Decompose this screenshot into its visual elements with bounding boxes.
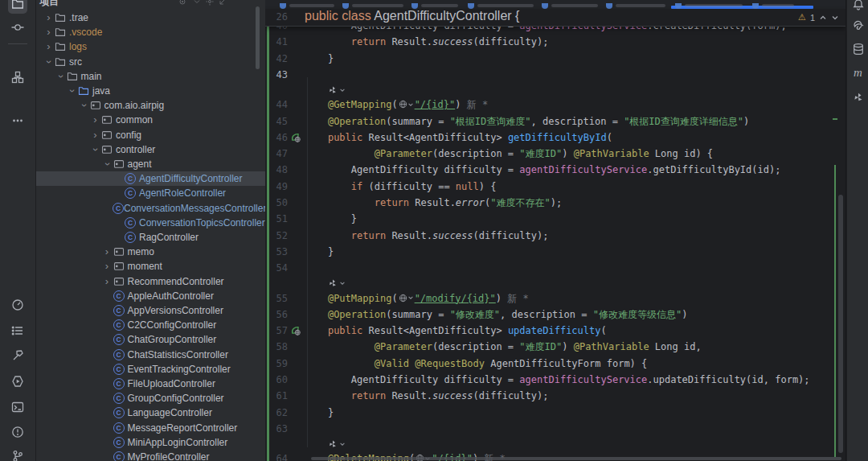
chevron-icon[interactable]: › — [43, 14, 55, 22]
tree-item[interactable]: ›src — [36, 55, 265, 69]
version-control-icon[interactable] — [8, 447, 27, 461]
locate-icon[interactable] — [178, 0, 187, 10]
tree-item[interactable]: CEventTrackingController — [36, 362, 265, 377]
code-line[interactable]: 52 return Result.success(difficulty); — [265, 228, 845, 244]
line-number[interactable]: 50 — [265, 195, 288, 211]
line-number[interactable]: 51 — [265, 211, 288, 227]
code-line[interactable]: 47 @Parameter(description = "难度ID") @Pat… — [265, 146, 845, 162]
code-line[interactable]: 45 @Operation(summary = "根据ID查询难度", desc… — [265, 113, 845, 130]
tree-item[interactable]: CC2CConfigController — [36, 318, 265, 332]
tree-item[interactable]: ›java — [36, 84, 265, 98]
chevron-icon[interactable]: › — [92, 143, 100, 155]
editor-tab[interactable] — [762, 4, 794, 7]
code-line[interactable]: 59 @Valid @RequestBody AgentDifficultyFo… — [265, 356, 845, 372]
tree-item[interactable]: CAppVersionsController — [36, 303, 265, 318]
chevron-icon[interactable]: › — [101, 262, 113, 270]
ai-inline-action[interactable] — [328, 277, 346, 290]
editor-tab[interactable] — [477, 4, 534, 7]
maven-icon[interactable]: m — [850, 64, 866, 81]
tree-item[interactable]: ›memo — [36, 245, 265, 259]
editor-horizontal-scrollbar[interactable] — [311, 457, 841, 460]
project-tree-scrollbar[interactable] — [256, 6, 260, 69]
tree-item[interactable]: CGroupConfigController — [36, 391, 265, 405]
editor-tab-class-icon[interactable] — [280, 3, 286, 9]
chevron-icon[interactable]: › — [89, 131, 101, 139]
editor-vertical-scrollbar[interactable] — [838, 195, 843, 453]
code-line[interactable]: 53 } — [265, 244, 845, 260]
editor-tab[interactable] — [551, 4, 598, 7]
tree-item[interactable]: CChatGroupController — [36, 332, 265, 347]
tree-item[interactable]: CConversationMessagesController — [36, 201, 265, 216]
chevron-icon[interactable]: › — [80, 100, 88, 112]
editor-tabs[interactable] — [265, 0, 845, 9]
project-icon[interactable] — [8, 0, 27, 14]
tree-item[interactable]: ›agent — [36, 157, 265, 171]
tree-item[interactable]: CAppleAuthController — [36, 289, 265, 303]
line-number[interactable]: 64 — [265, 451, 288, 461]
spring-bean-icon[interactable] — [290, 132, 301, 143]
tree-item[interactable]: CAgentDifficultyController — [36, 171, 265, 186]
line-number[interactable]: 49 — [265, 179, 288, 195]
chevron-icon[interactable]: › — [43, 28, 55, 36]
code-line[interactable]: 62 } — [265, 405, 845, 421]
url-mapping-globe-icon[interactable] — [399, 294, 414, 303]
tree-item[interactable]: ›RecommendController — [36, 274, 265, 289]
tree-item[interactable]: CLanguageController — [36, 405, 265, 420]
tree-item[interactable]: CAgentRoleController — [36, 186, 265, 200]
editor-tab-class-icon[interactable] — [342, 3, 349, 9]
editor-tab[interactable] — [685, 4, 743, 7]
code-line[interactable]: 49 if (difficulty == null) { — [265, 179, 845, 195]
chevron-icon[interactable]: › — [68, 85, 76, 97]
code-line[interactable]: 56 @Operation(summary = "修改难度", descript… — [265, 307, 845, 323]
profiler-icon[interactable] — [8, 295, 27, 315]
line-number[interactable]: 58 — [265, 339, 288, 355]
line-number[interactable]: 60 — [265, 372, 288, 388]
ai-pinwheel-icon[interactable] — [850, 88, 866, 105]
line-number[interactable]: 48 — [265, 162, 288, 178]
tree-item[interactable]: CConversationTopicsController — [36, 216, 265, 230]
line-number[interactable]: 57 — [265, 323, 288, 339]
ai-inline-action[interactable] — [328, 83, 346, 97]
tree-item[interactable]: ›moment — [36, 259, 265, 274]
line-number[interactable]: 45 — [265, 113, 288, 130]
ai-inline-action[interactable] — [328, 437, 346, 451]
line-number[interactable]: 53 — [265, 244, 288, 260]
notifications-icon[interactable] — [850, 0, 866, 12]
collapse-all-icon[interactable] — [192, 0, 202, 10]
chevron-icon[interactable]: › — [56, 70, 64, 82]
tree-item[interactable]: CMessageReportController — [36, 421, 265, 435]
code-line[interactable]: 63 — [265, 421, 845, 437]
line-number[interactable]: 63 — [265, 421, 288, 437]
chevron-icon[interactable]: › — [103, 158, 111, 171]
code-line[interactable]: 54 — [265, 260, 845, 276]
line-number[interactable]: 47 — [265, 146, 288, 162]
more-tools-icon[interactable] — [8, 111, 27, 130]
editor-tab-class-icon[interactable] — [542, 3, 548, 9]
line-number[interactable]: 52 — [265, 228, 288, 244]
editor-tab[interactable] — [616, 4, 665, 7]
code-line[interactable]: 42 } — [265, 51, 845, 67]
code-line[interactable]: 41 return Result.success(difficulty); — [265, 34, 845, 50]
editor-area[interactable]: 40 AgentDifficulty difficulty = agentDif… — [265, 0, 845, 461]
line-number[interactable]: 55 — [265, 290, 288, 307]
editor-tab-class-icon[interactable] — [411, 3, 418, 9]
code-area[interactable]: 40 AgentDifficulty difficulty = agentDif… — [265, 0, 845, 461]
inspections-widget[interactable]: ⚠ 1 — [798, 9, 839, 26]
code-line[interactable]: 55 @PutMapping("/modify/{id}") 新 * — [265, 290, 845, 307]
code-line[interactable]: 46 public Result<AgentDifficulty> getDif… — [265, 130, 845, 146]
line-number[interactable]: 42 — [265, 51, 288, 67]
structure-icon[interactable] — [8, 68, 27, 87]
editor-tab[interactable] — [289, 4, 334, 7]
spring-bean-icon[interactable] — [290, 325, 301, 336]
chevron-icon[interactable]: › — [45, 56, 53, 68]
tree-item[interactable]: ›.trae — [36, 10, 265, 25]
code-line[interactable]: 50 return Result.error("难度不存在"); — [265, 195, 845, 211]
build-icon[interactable] — [8, 346, 27, 365]
url-mapping-globe-icon[interactable] — [399, 100, 414, 109]
tree-item[interactable]: ›controller — [36, 142, 265, 157]
tree-item[interactable]: CFileUploadController — [36, 377, 265, 391]
tree-item[interactable]: ›common — [36, 113, 265, 127]
line-number[interactable]: 46 — [265, 130, 288, 146]
code-line[interactable]: 48 AgentDifficulty difficulty = agentDif… — [265, 162, 845, 178]
tree-item[interactable]: ›logs — [36, 39, 265, 54]
